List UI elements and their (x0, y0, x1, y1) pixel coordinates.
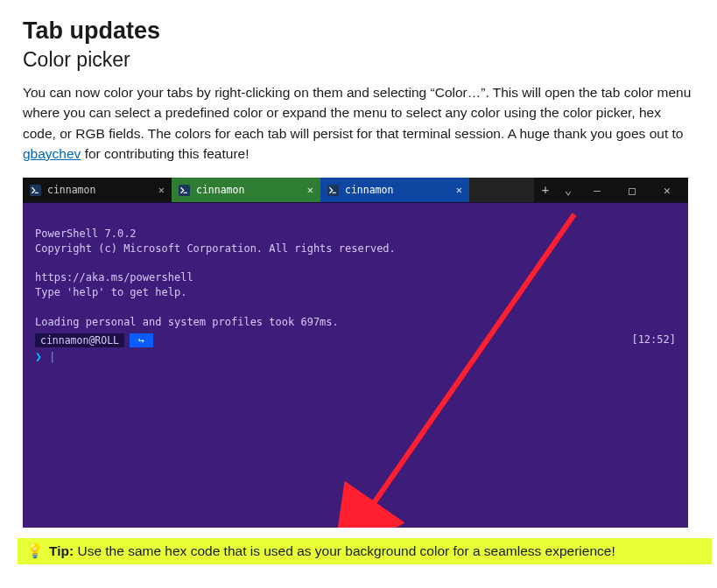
terminal-window: cinnamon ✕ cinnamon ✕ cinnamon ✕ + ⌄ (23, 178, 688, 528)
close-icon[interactable]: ✕ (454, 183, 464, 197)
close-icon[interactable]: ✕ (157, 183, 166, 197)
prompt-path: ↪ (130, 333, 153, 347)
tip-banner: 💡 Tip: Use the same hex code that is use… (18, 538, 712, 564)
prompt-user: cinnamon@ROLL (35, 333, 124, 347)
powershell-icon (30, 185, 41, 196)
tab-label: cinnamon (196, 184, 244, 196)
new-tab-button[interactable]: + (534, 178, 557, 202)
lightbulb-icon: 💡 (26, 544, 44, 558)
terminal-screenshot: cinnamon ✕ cinnamon ✕ cinnamon ✕ + ⌄ (23, 178, 688, 528)
intro-text-1: You can now color your tabs by right-cli… (23, 85, 691, 141)
close-icon[interactable]: ✕ (306, 183, 315, 197)
minimize-button[interactable]: — (580, 178, 615, 202)
terminal-line: Copyright (c) Microsoft Corporation. All… (35, 242, 396, 255)
prompt-caret: ❯ | (35, 349, 676, 365)
section-heading: Tab updates (23, 18, 694, 45)
close-window-button[interactable]: ✕ (650, 178, 685, 202)
terminal-body: PowerShell 7.0.2 Copyright (c) Microsoft… (23, 202, 688, 528)
contributor-link[interactable]: gbaychev (23, 146, 81, 161)
tip-label: Tip: (49, 543, 74, 558)
terminal-tab-3[interactable]: cinnamon ✕ (320, 178, 469, 202)
subsection-heading: Color picker (23, 48, 694, 72)
tab-label: cinnamon (47, 184, 95, 196)
terminal-line: Loading personal and system profiles too… (35, 316, 339, 328)
terminal-tab-1[interactable]: cinnamon ✕ (23, 178, 172, 202)
terminal-titlebar: cinnamon ✕ cinnamon ✕ cinnamon ✕ + ⌄ (23, 178, 688, 202)
tab-label: cinnamon (345, 184, 393, 196)
tab-dropdown-button[interactable]: ⌄ (557, 178, 580, 202)
terminal-tab-2[interactable]: cinnamon ✕ (172, 178, 320, 202)
intro-text-2: for contributing this feature! (81, 146, 249, 161)
prompt-line: cinnamon@ROLL↪[12:52] (35, 332, 676, 347)
terminal-line: Type 'help' to get help. (35, 286, 186, 298)
maximize-button[interactable]: □ (615, 178, 650, 202)
prompt-time: [12:52] (631, 332, 676, 347)
window-controls: + ⌄ — □ ✕ (534, 178, 688, 202)
terminal-line: https://aka.ms/powershell (35, 271, 193, 284)
terminal-line: PowerShell 7.0.2 (35, 228, 137, 240)
tip-text: Use the same hex code that is used as yo… (74, 543, 615, 558)
powershell-icon (327, 185, 339, 196)
powershell-icon (179, 185, 190, 196)
intro-paragraph: You can now color your tabs by right-cli… (23, 82, 694, 164)
